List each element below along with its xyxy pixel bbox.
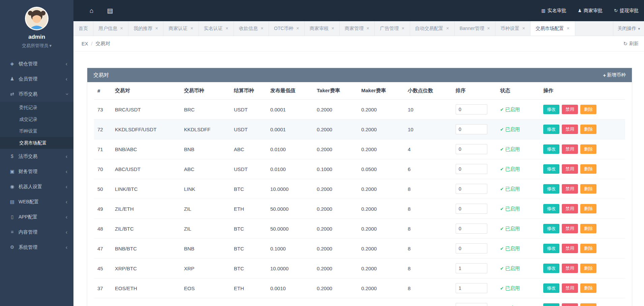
tab[interactable]: 自动交易配置✕	[410, 21, 455, 36]
disable-button[interactable]: 禁用	[562, 164, 578, 174]
disable-button[interactable]: 禁用	[562, 283, 578, 293]
disable-button[interactable]: 禁用	[562, 204, 578, 213]
tab[interactable]: 广告管理✕	[375, 21, 410, 36]
delete-button[interactable]: 删除	[580, 244, 596, 253]
sidebar-menu-item[interactable]: ▤WEB配置‹	[0, 194, 73, 209]
tab-close-icon[interactable]: ✕	[225, 26, 228, 31]
delete-button[interactable]: 删除	[580, 164, 596, 174]
sort-input[interactable]	[456, 263, 487, 273]
disable-button[interactable]: 禁用	[562, 264, 578, 273]
check-icon: ✔	[500, 206, 504, 211]
tab[interactable]: 用户信息✕	[93, 21, 128, 36]
disable-button[interactable]: 禁用	[562, 184, 578, 194]
add-coin-button[interactable]: + 新增币种	[603, 72, 626, 78]
disable-button[interactable]: 禁用	[562, 244, 578, 253]
sort-input[interactable]	[456, 164, 487, 174]
delete-button[interactable]: 删除	[580, 184, 596, 194]
content-icon: ≡	[9, 225, 16, 240]
sidebar-submenu-item[interactable]: 币种设置	[0, 125, 73, 137]
sort-input[interactable]	[456, 224, 487, 234]
home-icon[interactable]: ⌂	[90, 7, 93, 14]
tab[interactable]: 商家审核✕	[305, 21, 340, 36]
sort-input[interactable]	[456, 283, 487, 293]
tab-close-icon[interactable]: ✕	[296, 26, 299, 31]
sidebar-menu-item[interactable]: ▯APP配置‹	[0, 209, 73, 225]
sort-input[interactable]	[456, 243, 487, 253]
sidebar-submenu-item[interactable]: 委托记录	[0, 102, 73, 113]
tab-close-icon[interactable]: ✕	[190, 26, 193, 31]
tab-close-icon[interactable]: ✕	[522, 26, 525, 31]
delete-button[interactable]: 删除	[580, 224, 596, 233]
sidebar-menu-item[interactable]: ♟会员管理‹	[0, 71, 73, 87]
sidebar-menu-item[interactable]: ≡内容管理‹	[0, 225, 73, 240]
sort-input[interactable]	[456, 124, 487, 134]
sidebar-menu-item[interactable]: ⚙系统管理‹	[0, 240, 73, 255]
role-dropdown[interactable]: 交易所管理员 ▾	[0, 43, 73, 49]
delete-button[interactable]: 删除	[580, 264, 596, 273]
sidebar-submenu-item[interactable]: 成交记录	[0, 113, 73, 125]
delete-button[interactable]: 删除	[580, 303, 596, 306]
edit-button[interactable]: 修改	[543, 164, 559, 174]
edit-button[interactable]: 修改	[543, 105, 559, 114]
edit-button[interactable]: 修改	[543, 125, 559, 134]
edit-button[interactable]: 修改	[543, 244, 559, 253]
sidebar-menu-item[interactable]: ▣财务管理‹	[0, 164, 73, 179]
tab[interactable]: 商家认证✕	[163, 21, 198, 36]
tab[interactable]: OTC币种✕	[269, 21, 305, 36]
edit-button[interactable]: 修改	[543, 303, 559, 306]
withdraw-approval-button[interactable]: ↻提现审批	[614, 8, 639, 14]
avatar[interactable]	[25, 7, 49, 30]
tab[interactable]: 交易市场配置✕	[530, 21, 575, 36]
tab[interactable]: 商家管理✕	[340, 21, 375, 36]
breadcrumb-root[interactable]: EX	[82, 41, 88, 46]
edit-button[interactable]: 修改	[543, 283, 559, 293]
sidebar-menu-item[interactable]: ◉机器人设置‹	[0, 179, 73, 194]
tab[interactable]: 收款信息✕	[234, 21, 269, 36]
disable-button[interactable]: 禁用	[562, 125, 578, 134]
sort-input[interactable]	[456, 104, 487, 114]
sort-input[interactable]	[456, 184, 487, 194]
delete-button[interactable]: 删除	[580, 204, 596, 213]
edit-button[interactable]: 修改	[543, 224, 559, 233]
edit-button[interactable]: 修改	[543, 264, 559, 273]
tab-close-icon[interactable]: ✕	[366, 26, 369, 31]
delete-button[interactable]: 删除	[580, 144, 596, 154]
tab[interactable]: 首页	[73, 21, 93, 36]
sort-input[interactable]	[456, 144, 487, 154]
delete-button[interactable]: 删除	[580, 283, 596, 293]
taker-fee-cell: 0.2000	[313, 139, 358, 159]
min-publish-cell: 0.0001	[267, 298, 313, 306]
disable-button[interactable]: 禁用	[562, 303, 578, 306]
tab-close-icon[interactable]: ✕	[120, 26, 123, 31]
tab[interactable]: 实名认证✕	[199, 21, 234, 36]
tab-close-icon[interactable]: ✕	[446, 26, 449, 31]
edit-button[interactable]: 修改	[543, 184, 559, 194]
sort-input[interactable]	[456, 303, 487, 306]
edit-button[interactable]: 修改	[543, 144, 559, 154]
tab-close-icon[interactable]: ✕	[331, 26, 334, 31]
disable-button[interactable]: 禁用	[562, 105, 578, 114]
tab[interactable]: Banner管理✕	[455, 21, 495, 36]
sort-input[interactable]	[456, 204, 487, 214]
sidebar-menu-item[interactable]: $法币交易‹	[0, 149, 73, 164]
delete-button[interactable]: 删除	[580, 125, 596, 134]
delete-button[interactable]: 删除	[580, 105, 596, 114]
refresh-button[interactable]: ↻ 刷新	[623, 41, 639, 47]
sidebar-menu-item[interactable]: ◈锁仓管理‹	[0, 56, 73, 71]
tab[interactable]: 币种设置✕	[495, 21, 530, 36]
sidebar-menu-item[interactable]: ⇄币币交易‹	[0, 87, 73, 102]
edit-button[interactable]: 修改	[543, 204, 559, 213]
tab-close-icon[interactable]: ✕	[487, 26, 490, 31]
close-operations-dropdown[interactable]: 关闭操作 ▾	[613, 21, 644, 36]
realname-approval-button[interactable]: ▥实名审批	[541, 8, 566, 14]
tab-close-icon[interactable]: ✕	[260, 26, 264, 31]
tab-close-icon[interactable]: ✕	[155, 26, 158, 31]
tab-close-icon[interactable]: ✕	[566, 26, 570, 31]
disable-button[interactable]: 禁用	[562, 224, 578, 233]
console-icon[interactable]: ▤	[107, 7, 113, 14]
sidebar-submenu-item[interactable]: 交易市场配置	[0, 137, 73, 149]
disable-button[interactable]: 禁用	[562, 144, 578, 154]
merchant-approval-button[interactable]: ♟商家审批	[578, 8, 603, 14]
tab[interactable]: 我的推荐✕	[128, 21, 163, 36]
tab-close-icon[interactable]: ✕	[401, 26, 404, 31]
